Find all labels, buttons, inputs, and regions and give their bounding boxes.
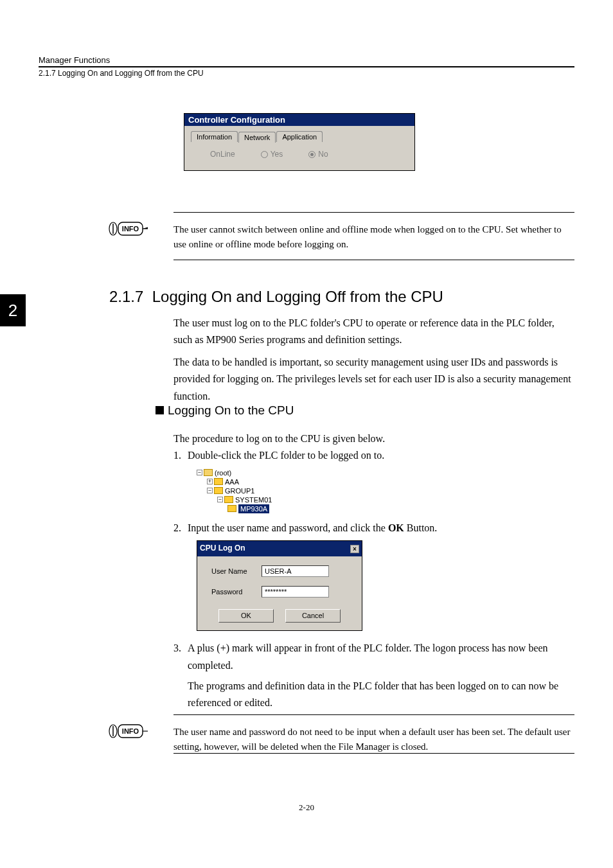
yes-label: Yes [271, 150, 283, 159]
username-label: User Name [205, 565, 255, 577]
page-header: Manager Functions 2.1.7 Logging On and L… [39, 55, 574, 78]
svg-text:INFO: INFO [122, 727, 139, 735]
info-rule [173, 212, 574, 213]
step-3: 3. A plus (+) mark will appear in front … [173, 640, 574, 712]
section-heading: 2.1.7 Logging On and Logging Off from th… [109, 288, 443, 306]
username-row: User Name USER-A [205, 565, 354, 577]
info-text-2: The user name and password do not need t… [173, 725, 574, 755]
tree-view: − (root) + AAA − GROUP1 [197, 468, 574, 513]
dialog-tabs: Information Network Application [191, 131, 408, 142]
header-category: Manager Functions [39, 55, 574, 65]
sub-heading: Logging On to the CPU [155, 403, 294, 418]
tree-node-system01[interactable]: − SYSTEM01 [197, 495, 574, 504]
logon-title-text: CPU Log On [200, 542, 245, 555]
tree-expand-icon[interactable]: + [207, 479, 213, 484]
step-number: 2. [173, 520, 181, 536]
header-breadcrumb: 2.1.7 Logging On and Logging Off from th… [39, 69, 574, 78]
tree-mp930a-label: MP930A [238, 504, 269, 513]
body-p2: The data to be handled is important, so … [173, 354, 574, 405]
header-rule [39, 66, 574, 67]
step-2-pre: Input the user name and password, and cl… [188, 522, 388, 533]
controller-config-dialog: Controller Configuration Information Net… [184, 113, 415, 171]
info-rule [173, 714, 574, 715]
step-2-post: Button. [404, 522, 438, 533]
logon-body: User Name USER-A Password ******** OK Ca… [197, 556, 362, 630]
tree-node-group1[interactable]: − GROUP1 [197, 486, 574, 495]
section-title: Logging On and Logging Off from the CPU [152, 288, 443, 305]
tree-group1-label: GROUP1 [225, 486, 254, 495]
step-number: 1. [173, 447, 181, 464]
info-badge-text: INFO [122, 225, 139, 233]
step-3-p2: The programs and definition data in the … [188, 678, 574, 712]
info-rule [173, 753, 574, 754]
step-3-p1: A plus (+) mark will appear in front of … [188, 640, 574, 674]
password-label: Password [205, 586, 255, 598]
tab-application[interactable]: Application [276, 131, 323, 142]
info-rule [173, 260, 574, 260]
info-text-1: The user cannot switch between online an… [173, 222, 574, 252]
tree-collapse-icon[interactable]: − [207, 488, 213, 493]
dialog-titlebar: Controller Configuration [184, 114, 414, 126]
tab-network[interactable]: Network [238, 132, 276, 143]
section-number: 2.1.7 [109, 288, 143, 305]
tree-collapse-icon[interactable]: − [197, 470, 202, 475]
close-icon[interactable]: × [350, 545, 359, 553]
bullet-square-icon [155, 406, 164, 414]
step-2: 2. Input the user name and password, and… [173, 520, 574, 631]
password-input[interactable]: ******** [262, 586, 329, 598]
tree-system01-label: SYSTEM01 [235, 495, 272, 504]
ok-button[interactable]: OK [218, 609, 274, 623]
folder-icon [214, 487, 223, 494]
step-number: 3. [173, 640, 181, 657]
radio-dot [261, 151, 268, 158]
cancel-button[interactable]: Cancel [285, 609, 341, 623]
step-2-ok: OK [388, 522, 404, 533]
password-row: Password ******** [205, 586, 354, 598]
tree-root-label: (root) [215, 468, 231, 477]
tab-information[interactable]: Information [191, 131, 238, 142]
step-2-text: Input the user name and password, and cl… [188, 520, 574, 536]
body-p1: The user must log on to the PLC folder's… [173, 315, 574, 349]
chapter-tab: 2 [0, 294, 26, 326]
online-row: OnLine Yes No [191, 150, 408, 159]
cpu-logon-dialog: CPU Log On × User Name USER-A Password *… [197, 540, 362, 631]
folder-icon [224, 496, 233, 503]
tree-root[interactable]: − (root) [197, 468, 574, 477]
section-body: The user must log on to the PLC folder's… [173, 315, 574, 410]
tree-aaa-label: AAA [225, 477, 239, 486]
folder-icon [204, 469, 213, 476]
dialog-body: Information Network Application OnLine Y… [184, 126, 414, 170]
username-input[interactable]: USER-A [262, 565, 329, 577]
folder-icon [227, 505, 236, 512]
tree-collapse-icon[interactable]: − [217, 497, 223, 502]
page-number: 2-20 [0, 802, 613, 813]
step-1: 1. Double-click the PLC folder to be log… [173, 447, 574, 513]
no-label: No [318, 150, 328, 159]
logon-buttons: OK Cancel [205, 607, 354, 623]
online-no-radio[interactable]: No [308, 150, 328, 159]
radio-dot [308, 151, 315, 158]
procedure-area: The procedure to log on to the CPU is gi… [173, 430, 574, 718]
step-1-text: Double-click the PLC folder to be logged… [188, 447, 574, 464]
info-badge: INFO [103, 221, 148, 236]
folder-icon [214, 478, 223, 485]
info-badge: INFO [103, 723, 148, 739]
tree-node-mp930a[interactable]: MP930A [197, 504, 574, 513]
online-label: OnLine [210, 150, 235, 159]
procedure-intro: The procedure to log on to the CPU is gi… [173, 430, 574, 447]
sub-heading-text: Logging On to the CPU [168, 403, 294, 417]
tree-node-aaa[interactable]: + AAA [197, 477, 574, 486]
online-yes-radio[interactable]: Yes [261, 150, 283, 159]
logon-titlebar: CPU Log On × [197, 541, 362, 556]
